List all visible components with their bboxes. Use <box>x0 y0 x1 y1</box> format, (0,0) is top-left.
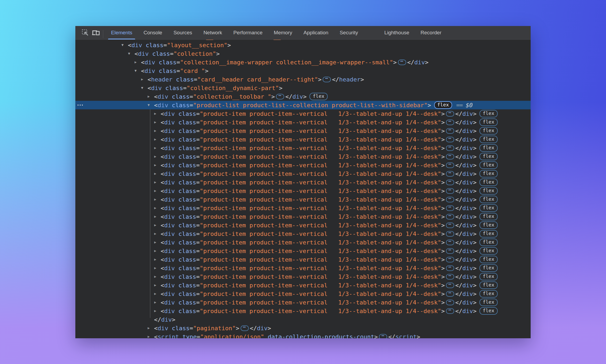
expand-arrow[interactable]: ▶ <box>154 300 161 304</box>
tab-security[interactable]: Security <box>334 26 364 39</box>
row-actions-dots[interactable] <box>77 105 83 106</box>
expand-arrow[interactable]: ▶ <box>154 180 161 184</box>
expand-ellipsis-button[interactable]: ⋯ <box>446 257 454 262</box>
expand-ellipsis-button[interactable]: ⋯ <box>276 94 284 99</box>
expand-ellipsis-button[interactable]: ⋯ <box>446 111 454 117</box>
product-item-row[interactable]: ▶<div class="product-item product-item--… <box>75 152 531 161</box>
product-item-row[interactable]: ▶<div class="product-item product-item--… <box>75 238 531 247</box>
flex-badge[interactable]: flex <box>479 127 497 135</box>
product-item-row[interactable]: ▶<div class="product-item product-item--… <box>75 169 531 178</box>
product-item-row[interactable]: ▶<div class="product-item product-item--… <box>75 281 531 289</box>
card-header-row[interactable]: ▶<header class="card__header card__heade… <box>75 75 531 84</box>
product-item-row[interactable]: ▶<div class="product-item product-item--… <box>75 212 531 221</box>
flex-badge[interactable]: flex <box>479 136 497 143</box>
expand-arrow[interactable]: ▶ <box>154 146 161 150</box>
expand-arrow[interactable]: ▶ <box>148 94 154 98</box>
expand-arrow[interactable]: ▶ <box>154 214 161 218</box>
tab-recorder[interactable]: Recorder <box>415 26 447 39</box>
flex-badge[interactable]: flex <box>434 101 452 109</box>
product-item-row[interactable]: ▶<div class="product-item product-item--… <box>75 127 531 135</box>
expand-arrow[interactable]: ▶ <box>154 154 161 158</box>
expand-arrow[interactable]: ▶ <box>148 335 154 339</box>
flex-badge[interactable]: flex <box>479 118 497 126</box>
expand-ellipsis-button[interactable]: ⋯ <box>446 128 454 134</box>
expand-arrow[interactable]: ▶ <box>135 60 141 64</box>
expand-arrow[interactable]: ▶ <box>154 197 161 201</box>
expand-arrow[interactable]: ▶ <box>154 266 161 270</box>
product-item-row[interactable]: ▶<div class="product-item product-item--… <box>75 195 531 204</box>
product-item-row[interactable]: ▶<div class="product-item product-item--… <box>75 307 531 315</box>
expand-ellipsis-button[interactable]: ⋯ <box>398 60 406 65</box>
expand-ellipsis-button[interactable]: ⋯ <box>446 145 454 151</box>
expand-ellipsis-button[interactable]: ⋯ <box>446 300 454 305</box>
flex-badge[interactable]: flex <box>479 264 497 272</box>
collapse-arrow[interactable]: ▼ <box>148 103 154 107</box>
expand-ellipsis-button[interactable]: ⋯ <box>446 197 454 202</box>
expand-arrow[interactable]: ▶ <box>154 223 161 227</box>
product-item-row[interactable]: ▶<div class="product-item product-item--… <box>75 204 531 212</box>
expand-ellipsis-button[interactable]: ⋯ <box>446 274 454 280</box>
flex-badge[interactable]: flex <box>479 179 497 186</box>
layout-section-row[interactable]: ▼<div class="layout__section"> <box>75 41 531 49</box>
flex-badge[interactable]: flex <box>479 161 497 169</box>
tab-network[interactable]: Network <box>198 26 228 39</box>
dynamic-part-row[interactable]: ▼<div class="collection__dynamic-part"> <box>75 84 531 92</box>
expand-arrow[interactable]: ▶ <box>154 120 161 124</box>
product-item-row[interactable]: ▶<div class="product-item product-item--… <box>75 144 531 152</box>
expand-ellipsis-button[interactable]: ⋯ <box>446 283 454 288</box>
collection-row[interactable]: ▼<div class="collection"> <box>75 49 531 58</box>
expand-ellipsis-button[interactable]: ⋯ <box>446 240 454 245</box>
product-list-closing-row[interactable]: </div> <box>75 315 531 324</box>
flex-badge[interactable]: flex <box>479 273 497 280</box>
product-item-row[interactable]: ▶<div class="product-item product-item--… <box>75 264 531 272</box>
image-wrapper-row[interactable]: ▶<div class="collection__image-wrapper c… <box>75 58 531 66</box>
expand-arrow[interactable]: ▶ <box>148 326 154 330</box>
expand-arrow[interactable]: ▶ <box>154 274 161 278</box>
tab-memory[interactable]: Memory <box>268 26 298 39</box>
inspect-element-icon[interactable] <box>80 28 91 38</box>
expand-ellipsis-button[interactable]: ⋯ <box>446 180 454 185</box>
product-item-row[interactable]: ▶<div class="product-item product-item--… <box>75 289 531 298</box>
flex-badge[interactable]: flex <box>479 299 497 306</box>
expand-arrow[interactable]: ▶ <box>141 77 147 81</box>
expand-arrow[interactable]: ▶ <box>154 137 161 141</box>
flex-badge[interactable]: flex <box>479 256 497 263</box>
product-item-row[interactable]: ▶<div class="product-item product-item--… <box>75 135 531 144</box>
expand-ellipsis-button[interactable]: ⋯ <box>446 154 454 159</box>
toolbar-row[interactable]: ▶<div class="collection__toolbar ">⋯</di… <box>75 92 531 101</box>
collapse-arrow[interactable]: ▼ <box>128 51 134 55</box>
expand-arrow[interactable]: ▶ <box>154 292 161 296</box>
product-item-row[interactable]: ▶<div class="product-item product-item--… <box>75 161 531 169</box>
product-list-row[interactable]: ▼<div class="product-list product-list--… <box>75 101 531 109</box>
device-toolbar-icon[interactable] <box>91 28 101 38</box>
collapse-arrow[interactable]: ▼ <box>135 69 141 73</box>
flex-badge[interactable]: flex <box>479 307 497 315</box>
expand-ellipsis-button[interactable]: ⋯ <box>446 308 454 314</box>
tab-elements[interactable]: Elements <box>105 26 138 39</box>
expand-ellipsis-button[interactable]: ⋯ <box>241 325 249 331</box>
expand-ellipsis-button[interactable]: ⋯ <box>446 188 454 194</box>
flex-badge[interactable]: flex <box>479 196 497 203</box>
product-item-row[interactable]: ▶<div class="product-item product-item--… <box>75 229 531 238</box>
tab-sources[interactable]: Sources <box>168 26 198 39</box>
expand-ellipsis-button[interactable]: ⋯ <box>446 248 454 254</box>
product-item-row[interactable]: ▶<div class="product-item product-item--… <box>75 187 531 195</box>
flex-badge[interactable]: flex <box>479 230 497 237</box>
tab-performance[interactable]: Performance <box>228 26 268 39</box>
flex-badge[interactable]: flex <box>479 239 497 246</box>
expand-arrow[interactable]: ▶ <box>154 249 161 253</box>
product-item-row[interactable]: ▶<div class="product-item product-item--… <box>75 298 531 307</box>
expand-arrow[interactable]: ▶ <box>154 129 161 133</box>
expand-ellipsis-button[interactable]: ⋯ <box>446 214 454 220</box>
expand-ellipsis-button[interactable]: ⋯ <box>446 171 454 177</box>
product-item-row[interactable]: ▶<div class="product-item product-item--… <box>75 178 531 187</box>
products-count-script-row[interactable]: ▶<script type="application/json" data-co… <box>75 332 531 338</box>
flex-badge[interactable]: flex <box>479 187 497 195</box>
expand-ellipsis-button[interactable]: ⋯ <box>446 137 454 142</box>
flex-badge[interactable]: flex <box>479 153 497 160</box>
expand-ellipsis-button[interactable]: ⋯ <box>446 120 454 125</box>
tab-console[interactable]: Console <box>138 26 168 39</box>
flex-badge[interactable]: flex <box>479 247 497 255</box>
expand-arrow[interactable]: ▶ <box>154 309 161 313</box>
flex-badge[interactable]: flex <box>479 290 497 298</box>
